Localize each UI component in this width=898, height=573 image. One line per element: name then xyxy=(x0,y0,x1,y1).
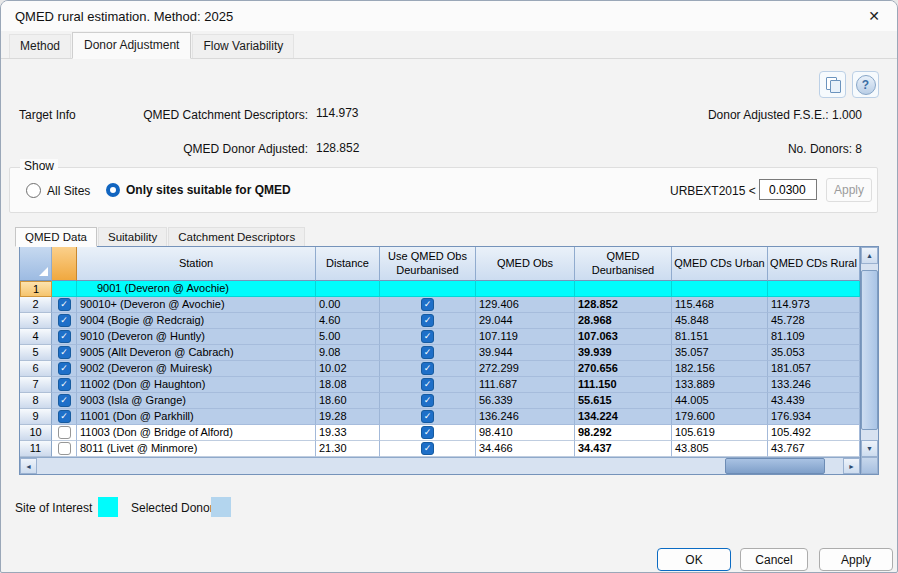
tab-method[interactable]: Method xyxy=(9,34,71,58)
row-number-cell[interactable]: 2 xyxy=(20,297,52,313)
use-deurbanised-checkbox[interactable]: ✓ xyxy=(421,314,434,327)
copy-button[interactable] xyxy=(819,71,846,98)
row-number-cell[interactable]: 4 xyxy=(20,329,52,345)
row-number-cell[interactable]: 6 xyxy=(20,361,52,377)
row-number-cell[interactable]: 8 xyxy=(20,393,52,409)
qmed-cds-rural-cell: 43.767 xyxy=(768,441,860,457)
station-cell[interactable]: 8011 (Livet @ Minmore) xyxy=(77,441,316,457)
station-cell[interactable]: 9002 (Deveron @ Muiresk) xyxy=(77,361,316,377)
qmed-deurbanised-column-header[interactable]: QMED Deurbanised xyxy=(575,247,672,281)
distance-column-header[interactable]: Distance xyxy=(316,247,380,281)
close-button[interactable]: ✕ xyxy=(859,4,889,28)
donor-checkbox[interactable]: ✓ xyxy=(58,378,71,391)
station-cell[interactable]: 9001 (Deveron @ Avochie) xyxy=(77,281,316,297)
qmed-cds-urban-column-header[interactable]: QMED CDs Urban xyxy=(672,247,768,281)
station-cell[interactable]: 9004 (Bogie @ Redcraig) xyxy=(77,313,316,329)
row-number-cell[interactable]: 5 xyxy=(20,345,52,361)
station-column-header[interactable]: Station xyxy=(77,247,316,281)
use-deurbanised-checkbox[interactable]: ✓ xyxy=(421,362,434,375)
donor-checkbox[interactable]: ✓ xyxy=(58,346,71,359)
station-cell[interactable]: 11002 (Don @ Haughton) xyxy=(77,377,316,393)
table-row[interactable]: 1011003 (Don @ Bridge of Alford)19.33✓98… xyxy=(20,425,860,441)
help-button[interactable]: ? xyxy=(852,71,879,98)
station-cell[interactable]: 9005 (Allt Deveron @ Cabrach) xyxy=(77,345,316,361)
use-deurbanised-checkbox[interactable]: ✓ xyxy=(421,394,434,407)
row-number-cell[interactable]: 10 xyxy=(20,425,52,441)
table-row[interactable]: 9✓11001 (Don @ Parkhill)19.28✓136.246134… xyxy=(20,409,860,425)
donor-checkbox[interactable]: ✓ xyxy=(58,298,71,311)
use-deurbanised-checkbox[interactable]: ✓ xyxy=(421,426,434,439)
donor-checkbox[interactable]: ✓ xyxy=(58,330,71,343)
radio-only-suitable[interactable]: Only sites suitable for QMED xyxy=(106,183,291,197)
station-cell[interactable]: 11001 (Don @ Parkhill) xyxy=(77,409,316,425)
station-cell[interactable]: 90010+ (Deveron @ Avochie) xyxy=(77,297,316,313)
donors-label: No. Donors: xyxy=(788,142,852,156)
table-row[interactable]: 4✓9010 (Deveron @ Huntly)5.00✓107.119107… xyxy=(20,329,860,345)
radio-all-sites[interactable]: All Sites xyxy=(26,183,90,198)
station-cell[interactable]: 9003 (Isla @ Grange) xyxy=(77,393,316,409)
qmed-deurbanised-cell: 111.150 xyxy=(575,377,672,393)
qmed-cds-rural-column-header[interactable]: QMED CDs Rural xyxy=(768,247,860,281)
qmed-cds-urban-cell: 81.151 xyxy=(672,329,768,345)
donor-checkbox[interactable] xyxy=(58,442,71,455)
scroll-down-icon[interactable]: ▼ xyxy=(861,440,878,457)
table-row[interactable]: 8✓9003 (Isla @ Grange)18.60✓56.33955.615… xyxy=(20,393,860,409)
table-row[interactable]: 6✓9002 (Deveron @ Muiresk)10.02✓272.2992… xyxy=(20,361,860,377)
use-deurbanised-checkbox[interactable]: ✓ xyxy=(421,330,434,343)
tab-donor-adjustment[interactable]: Donor Adjustment xyxy=(72,32,191,59)
donor-checkbox[interactable] xyxy=(58,426,71,439)
use-deurbanised-checkbox[interactable]: ✓ xyxy=(421,298,434,311)
distance-cell: 19.33 xyxy=(316,425,380,441)
station-cell[interactable]: 11003 (Don @ Bridge of Alford) xyxy=(77,425,316,441)
use-deurbanised-checkbox[interactable]: ✓ xyxy=(421,378,434,391)
donor-checkbox[interactable]: ✓ xyxy=(58,362,71,375)
donor-checkbox[interactable]: ✓ xyxy=(58,394,71,407)
urbext-input[interactable] xyxy=(759,179,817,200)
qmed-cds-rural-cell: 176.934 xyxy=(768,409,860,425)
horizontal-scroll-track[interactable] xyxy=(37,458,843,474)
scroll-right-icon[interactable]: ► xyxy=(843,458,860,474)
donor-select-cell: ✓ xyxy=(52,377,77,393)
qmed-obs-cell: 39.944 xyxy=(476,345,575,361)
table-row[interactable]: 5✓9005 (Allt Deveron @ Cabrach)9.08✓39.9… xyxy=(20,345,860,361)
corner-select-all-cell[interactable] xyxy=(20,247,52,281)
scroll-up-icon[interactable]: ▲ xyxy=(861,247,878,264)
row-number-cell[interactable]: 7 xyxy=(20,377,52,393)
qmed-cds-urban-cell: 182.156 xyxy=(672,361,768,377)
qmed-cd-label: QMED Catchment Descriptors: xyxy=(111,108,308,122)
use-deurbanised-column-header[interactable]: Use QMED Obs Deurbanised xyxy=(380,247,476,281)
horizontal-scrollbar[interactable]: ◄ ► xyxy=(20,457,860,474)
vertical-scroll-thumb[interactable] xyxy=(861,270,878,430)
tab-flow-variability[interactable]: Flow Variability xyxy=(192,34,294,58)
donor-column-header[interactable] xyxy=(52,247,77,281)
vertical-scrollbar[interactable]: ▲ ▼ xyxy=(860,247,878,474)
table-row[interactable]: 3✓9004 (Bogie @ Redcraig)4.60✓29.04428.9… xyxy=(20,313,860,329)
row-number-cell[interactable]: 3 xyxy=(20,313,52,329)
use-deurbanised-checkbox[interactable]: ✓ xyxy=(421,410,434,423)
table-row[interactable]: 118011 (Livet @ Minmore)21.30✓34.46634.4… xyxy=(20,441,860,457)
vertical-scroll-track[interactable] xyxy=(861,264,878,440)
horizontal-scroll-thumb[interactable] xyxy=(725,458,825,474)
subtab-suitability[interactable]: Suitability xyxy=(98,227,167,246)
subtab-qmed-data[interactable]: QMED Data xyxy=(15,227,97,247)
qmed-cds-rural-cell: 35.053 xyxy=(768,345,860,361)
ok-button[interactable]: OK xyxy=(657,548,731,571)
subtab-catchment-descriptors[interactable]: Catchment Descriptors xyxy=(168,227,305,246)
table-row[interactable]: 2✓90010+ (Deveron @ Avochie)0.00✓129.406… xyxy=(20,297,860,313)
scroll-left-icon[interactable]: ◄ xyxy=(20,458,37,474)
use-deurbanised-checkbox[interactable]: ✓ xyxy=(421,346,434,359)
station-cell[interactable]: 9010 (Deveron @ Huntly) xyxy=(77,329,316,345)
donor-checkbox[interactable]: ✓ xyxy=(58,314,71,327)
qmed-obs-column-header[interactable]: QMED Obs xyxy=(476,247,575,281)
row-number-cell[interactable]: 1 xyxy=(20,281,52,297)
urbext-apply-button[interactable]: Apply xyxy=(826,178,872,202)
use-deurbanised-checkbox[interactable]: ✓ xyxy=(421,442,434,455)
row-number-cell[interactable]: 9 xyxy=(20,409,52,425)
row-number-cell[interactable]: 11 xyxy=(20,441,52,457)
distance-cell: 21.30 xyxy=(316,441,380,457)
table-row[interactable]: 19001 (Deveron @ Avochie) xyxy=(20,281,860,297)
table-row[interactable]: 7✓11002 (Don @ Haughton)18.08✓111.687111… xyxy=(20,377,860,393)
apply-button[interactable]: Apply xyxy=(819,548,893,571)
donor-checkbox[interactable]: ✓ xyxy=(58,410,71,423)
cancel-button[interactable]: Cancel xyxy=(740,548,808,571)
